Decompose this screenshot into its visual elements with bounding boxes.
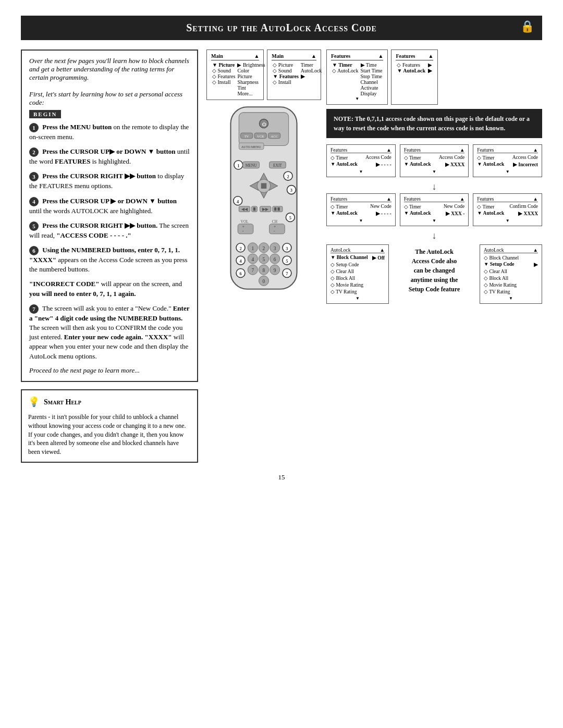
- autolock-area: AutoLock ▲ ▼ Block Channel▶ Off ◇ Setup …: [326, 244, 542, 304]
- step-2-text: Press the CURSOR UP▶ or DOWN ▼ button un…: [29, 147, 190, 165]
- ms2-title: Main ▲: [272, 53, 316, 60]
- lock-icon: 🔒: [520, 20, 535, 33]
- step-7-circle: 7: [29, 304, 39, 314]
- ac1-r2r: ▶ - - - -: [376, 162, 391, 167]
- ms1-r2: ◇ Sound: [211, 68, 236, 73]
- svg-text:5: 5: [263, 257, 265, 262]
- fs2-r2v: ▶: [427, 68, 433, 73]
- step-6-circle: 6: [29, 246, 39, 255]
- als2-r2l: ▼ Setup Code: [484, 262, 515, 267]
- new-screen-1: Features ▲ ◇ Timer New Code ▼ AutoLock ▶…: [326, 193, 396, 226]
- menu-screen-1: Main ▲ ▼ Picture▶ Brightness ◇ SoundColo…: [206, 50, 264, 100]
- autolock-info: The AutoLock Access Code also can be cha…: [394, 244, 474, 297]
- ac3-h1: Features: [477, 147, 494, 153]
- nc3-r1: ◇ Timer Confirm Code: [477, 203, 538, 210]
- ac1-r2l: ▼ AutoLock: [331, 162, 358, 167]
- svg-rect-41: [238, 224, 253, 234]
- als1-title: AutoLock: [331, 248, 351, 253]
- als2-r4l: ◇ Block All: [484, 275, 508, 281]
- ali-text4: anytime using the: [411, 276, 458, 283]
- fs1-title: Features ▲: [331, 53, 383, 60]
- ac1-r1l: ◇ Timer: [331, 155, 348, 161]
- nc3-r2l: ▼ AutoLock: [477, 211, 504, 216]
- svg-rect-44: [270, 224, 285, 234]
- proceed-text: Proceed to the next page to learn more..…: [29, 366, 190, 375]
- nc1-r2: ▼ AutoLock ▶ - - - -: [331, 210, 391, 217]
- page-number: 15: [21, 473, 542, 482]
- als2-r1l: ◇ Block Channel: [484, 255, 519, 261]
- svg-rect-33: [253, 207, 255, 211]
- fs1-r6v: Display: [360, 91, 384, 96]
- intro-paragraph1: Over the next few pages you'll learn how…: [29, 57, 189, 81]
- ac2-header: Features ▲: [404, 147, 465, 153]
- als1-r3: ◇ Clear All: [331, 268, 385, 275]
- fs1-r2: ◇ AutoLock: [331, 68, 360, 73]
- step-5-text: Press the CURSOR RIGHT ▶▶ button. The sc…: [29, 221, 189, 239]
- step-1: 1 Press the MENU button on the remote to…: [29, 122, 190, 142]
- ac2-down: ▼: [404, 168, 465, 174]
- als2-r6: ◇ TV Rating: [484, 288, 538, 295]
- ali-text2: Access Code also: [412, 257, 457, 265]
- step-2: 2 Press the CURSOR UP▶ or DOWN ▼ button …: [29, 147, 190, 166]
- ms1-r4v: Sharpness: [236, 79, 266, 85]
- nc1-r1: ◇ Timer New Code: [331, 203, 391, 210]
- ms1-r3v: Picture: [236, 73, 266, 79]
- ac2-r1: ◇ Timer Access Code: [404, 154, 465, 161]
- als2-r4: ◇ Block All: [484, 275, 538, 281]
- main-content: Over the next few pages you'll learn how…: [21, 50, 542, 463]
- svg-text:▶▶: ▶▶: [262, 206, 269, 212]
- step-1-circle: 1: [29, 123, 39, 132]
- step-7: 7 The screen will ask you to enter a "Ne…: [29, 304, 190, 361]
- nc1-r2l: ▼ AutoLock: [331, 211, 358, 216]
- ac2-r2l: ▼ AutoLock: [404, 162, 431, 167]
- arrow-connector-2: ↓: [326, 230, 542, 241]
- als1-r4: ◇ Block All: [331, 275, 385, 281]
- autolock-screen-1: AutoLock ▲ ▼ Block Channel▶ Off ◇ Setup …: [326, 244, 389, 304]
- new-screen-2: Features ▲ ◇ Timer New Code ▼ AutoLock ▶…: [400, 193, 469, 226]
- ac3-r2l: ▼ AutoLock: [477, 162, 504, 167]
- svg-text:VOL: VOL: [241, 219, 249, 224]
- smart-help-title: 💡 Smart Help: [28, 396, 191, 409]
- svg-text:⏻: ⏻: [262, 121, 266, 127]
- ali-text5: Setup Code feature: [409, 286, 460, 293]
- als1-down: ▼: [331, 295, 385, 301]
- ac2-r2r: ▶ XXXX: [445, 162, 465, 167]
- ali-text3: can be changed: [414, 267, 455, 274]
- fs1-r1: ▼ Timer: [331, 62, 360, 68]
- ac2-h1: Features: [404, 147, 421, 153]
- nc1-header: Features ▲: [331, 196, 391, 202]
- step-4-circle: 4: [29, 197, 39, 206]
- step-3-circle: 3: [29, 172, 39, 181]
- ac1-h-up: ▲: [386, 147, 391, 153]
- ac3-h-up: ▲: [533, 147, 538, 153]
- page: Setting up the AutoLock Access Code 🔒 Ov…: [0, 0, 563, 728]
- remote-column: Main ▲ ▼ Picture▶ Brightness ◇ SoundColo…: [206, 50, 321, 304]
- ms2-r2v: AutoLock: [300, 68, 323, 73]
- step-5: 5 Press the CURSOR RIGHT ▶▶ button. The …: [29, 221, 190, 240]
- nc2-r1: ◇ Timer New Code: [404, 203, 465, 210]
- als2-up: ▲: [533, 248, 538, 253]
- nc3-h1: Features: [477, 196, 494, 202]
- svg-text:TV: TV: [244, 134, 249, 138]
- als2-r3: ◇ Clear All: [484, 268, 538, 275]
- step-3: 3 Press the CURSOR RIGHT ▶▶ button to di…: [29, 171, 190, 191]
- svg-text:MENU: MENU: [246, 163, 257, 168]
- begin-badge: BEGIN: [29, 110, 61, 118]
- als1-r4l: ◇ Block All: [331, 275, 355, 281]
- als1-r2: ◇ Setup Code: [331, 261, 385, 268]
- nc1-r2r: ▶ - - - -: [376, 211, 391, 216]
- fs1-r2v: Start Time: [360, 68, 384, 73]
- svg-text:2: 2: [263, 246, 265, 251]
- step-5-circle: 5: [29, 221, 39, 231]
- svg-text:5: 5: [289, 215, 291, 220]
- ac2-r2: ▼ AutoLock ▶ XXXX: [404, 161, 465, 168]
- nc2-r1r: New Code: [444, 204, 464, 209]
- smart-help-text: Parents - it isn't possible for your chi…: [28, 413, 186, 455]
- ms1-r6v: More...: [236, 91, 266, 96]
- nc3-r2: ▼ AutoLock ▶ XXXX: [477, 210, 538, 217]
- step-6b: "INCORRECT CODE" will appear on the scre…: [29, 279, 190, 298]
- svg-text:4: 4: [251, 257, 254, 262]
- svg-text:1: 1: [251, 246, 254, 251]
- remote-svg: ⏻ TV VCR ACC AUTO MENU: [214, 104, 313, 292]
- ac1-r2: ▼ AutoLock ▶ - - - -: [331, 161, 391, 168]
